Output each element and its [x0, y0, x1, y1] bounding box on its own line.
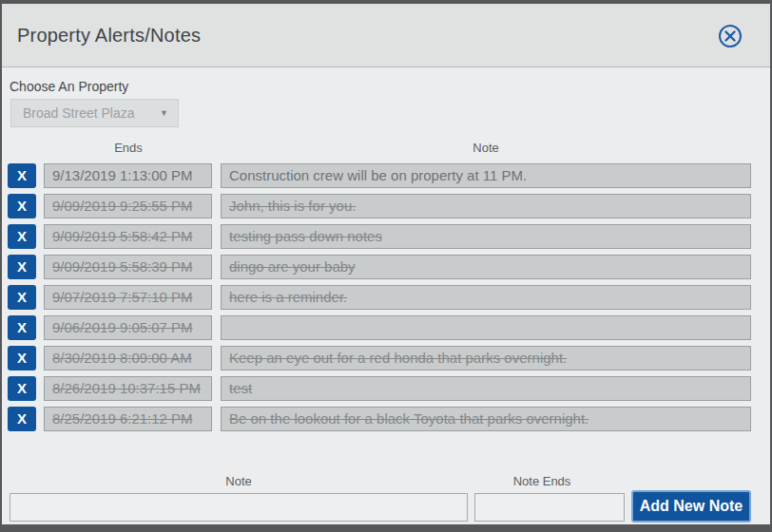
note-text-value: John, this is for you.: [229, 198, 356, 214]
note-text-value: testing pass down notes: [229, 228, 382, 244]
note-ends-field: 8/25/2019 6:21:12 PM: [44, 407, 212, 431]
note-ends-field: 8/30/2019 8:09:00 AM: [44, 346, 212, 370]
note-text-field: here is a reminder.: [221, 285, 751, 310]
property-select-label: Choose An Property: [10, 79, 128, 94]
note-row: X 9/09/2019 9:25:55 PM John, this is for…: [8, 194, 751, 218]
delete-note-button[interactable]: X: [8, 255, 36, 279]
note-ends-value: 9/09/2019 5:58:39 PM: [52, 258, 193, 275]
new-note-label: Note: [225, 474, 251, 488]
dialog-title: Property Alerts/Notes: [17, 25, 201, 47]
delete-note-button[interactable]: X: [8, 376, 36, 401]
property-alerts-dialog: Property Alerts/Notes Choose An Property…: [0, 0, 772, 532]
note-ends-value: 9/13/2019 1:13:00 PM: [52, 167, 193, 183]
note-row: X 9/07/2019 7:57:10 PM here is a reminde…: [8, 285, 751, 310]
note-row: X 9/09/2019 5:58:39 PM dingo are your ba…: [8, 255, 751, 279]
close-button[interactable]: [718, 24, 743, 48]
note-text-value: test: [229, 380, 252, 396]
note-text-field: dingo are your baby: [221, 255, 751, 279]
new-note-ends-input[interactable]: [474, 493, 625, 522]
column-header-ends: Ends: [114, 141, 143, 155]
note-text-field: testing pass down notes: [221, 224, 751, 249]
note-ends-value: 9/07/2019 7:57:10 PM: [52, 289, 193, 305]
column-header-note: Note: [473, 141, 498, 155]
note-text-field: Be on the lookout for a black Toyota tha…: [221, 407, 751, 431]
delete-note-button[interactable]: X: [8, 315, 36, 340]
note-row: X 8/26/2019 10:37:15 PM test: [8, 376, 751, 401]
circled-x-icon: [718, 37, 743, 51]
note-row: X 9/13/2019 1:13:00 PM Construction crew…: [8, 163, 751, 188]
note-ends-field: 9/07/2019 7:57:10 PM: [44, 285, 212, 310]
note-ends-field: 9/09/2019 5:58:42 PM: [44, 224, 212, 249]
delete-note-button[interactable]: X: [8, 163, 36, 188]
note-ends-value: 9/09/2019 9:25:55 PM: [52, 198, 193, 214]
delete-note-button[interactable]: X: [8, 194, 36, 218]
note-ends-value: 9/06/2019 9:05:07 PM: [52, 319, 193, 335]
note-ends-field: 9/09/2019 9:25:55 PM: [44, 194, 212, 218]
note-ends-value: 8/26/2019 10:37:15 PM: [52, 380, 201, 396]
note-ends-value: 9/09/2019 5:58:42 PM: [52, 228, 193, 244]
note-text-value: Keep an eye out for a red honda that par…: [229, 350, 567, 366]
note-row: X 9/09/2019 5:58:42 PM testing pass down…: [8, 224, 751, 249]
delete-note-button[interactable]: X: [8, 224, 36, 249]
note-ends-field: 9/06/2019 9:05:07 PM: [44, 315, 212, 340]
note-text-field: test: [221, 376, 751, 401]
note-ends-field: 9/09/2019 5:58:39 PM: [44, 255, 212, 279]
notes-list: X 9/13/2019 1:13:00 PM Construction crew…: [8, 163, 751, 437]
note-text-field: Keep an eye out for a red honda that par…: [221, 346, 751, 370]
note-text-value: Be on the lookout for a black Toyota tha…: [229, 410, 589, 427]
chevron-down-icon: ▼: [160, 100, 168, 126]
note-row: X 8/25/2019 6:21:12 PM Be on the lookout…: [8, 407, 751, 431]
note-text-field: Construction crew will be on property at…: [221, 163, 751, 188]
property-select-dropdown[interactable]: Broad Street Plaza ▼: [10, 99, 179, 127]
dialog-titlebar: Property Alerts/Notes: [2, 4, 770, 67]
note-ends-value: 8/30/2019 8:09:00 AM: [52, 350, 192, 366]
note-text-field: [221, 315, 751, 340]
note-row: X 9/06/2019 9:05:07 PM: [8, 315, 751, 340]
note-text-value: dingo are your baby: [229, 258, 356, 275]
property-select-value: Broad Street Plaza: [23, 105, 135, 121]
new-note-input[interactable]: [10, 493, 468, 522]
note-row: X 8/30/2019 8:09:00 AM Keep an eye out f…: [8, 346, 751, 370]
note-text-field: John, this is for you.: [221, 194, 751, 218]
delete-note-button[interactable]: X: [8, 346, 36, 370]
note-text-value: Construction crew will be on property at…: [229, 167, 527, 183]
delete-note-button[interactable]: X: [8, 407, 36, 431]
delete-note-button[interactable]: X: [8, 285, 36, 310]
note-ends-value: 8/25/2019 6:21:12 PM: [52, 410, 193, 427]
new-note-ends-label: Note Ends: [513, 474, 571, 488]
add-new-note-button[interactable]: Add New Note: [631, 490, 751, 522]
note-ends-field: 8/26/2019 10:37:15 PM: [44, 376, 212, 401]
note-ends-field: 9/13/2019 1:13:00 PM: [44, 163, 212, 188]
note-text-value: here is a reminder.: [229, 289, 347, 305]
